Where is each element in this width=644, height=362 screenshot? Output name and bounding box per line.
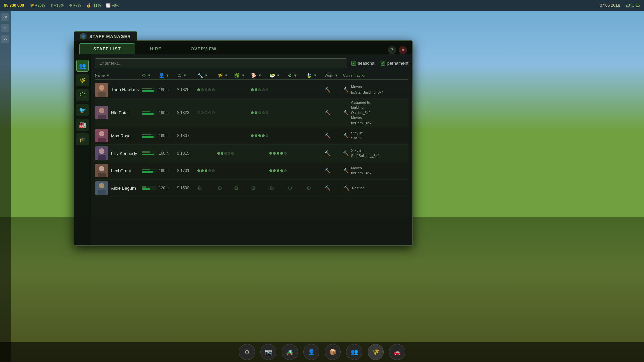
toolbar-storage[interactable]: 📦 (325, 344, 341, 360)
skill-icon: 🍃 (306, 73, 312, 78)
action-max: 🔨 Stay in: Silo_1 (343, 131, 370, 141)
staff-row[interactable]: Nia Patel 160 h $ 1823 (95, 99, 408, 127)
gear2-albie: ⚙ (217, 185, 234, 191)
col-skill[interactable]: 🍃 ▼ (306, 73, 325, 78)
col-nature[interactable]: 🌿 ▼ (234, 73, 251, 78)
col-energy[interactable]: ⊙ ▼ (142, 73, 159, 78)
name-cell-lexi: Lexi Grant (95, 164, 142, 177)
work-icon-theo: 🔨 (325, 87, 330, 93)
dot (251, 111, 254, 114)
nav-building-icon[interactable]: 🏛 (76, 89, 89, 101)
svg-rect-5 (98, 115, 106, 119)
col-work-label: Work (325, 73, 333, 77)
col-skill-arrow: ▼ (313, 73, 317, 77)
avatar-theo (95, 83, 108, 97)
tab-bar: STAFF LIST HIRE OVERVIEW ? ✕ (74, 41, 412, 54)
name-cell-lilly: Lilly Kennedy (95, 146, 142, 160)
col-animal[interactable]: 🐕 ▼ (251, 73, 269, 78)
bars-nia (142, 111, 159, 115)
filter-permanent[interactable]: pernament (381, 61, 408, 66)
panel-body: 👥 🌾 🏛 🐦 🏭 🎓 seasonal pernament (74, 54, 412, 245)
sidebar-menu-btn[interactable]: ≡ (1, 24, 9, 32)
name-max: Max Rose (111, 133, 131, 138)
col-work[interactable]: Work ▼ (325, 73, 343, 78)
tab-overview[interactable]: OVERVIEW (177, 43, 230, 54)
crops-icon: 🌾 (217, 73, 223, 78)
svg-rect-17 (98, 190, 106, 195)
energy-icon: ⊙ (142, 73, 146, 78)
toolbar-crops[interactable]: 🌾 (368, 344, 384, 360)
work-lexi: 🔨 (325, 168, 343, 173)
col-mood[interactable]: ☺ ▼ (177, 73, 197, 78)
nav-farm-icon[interactable]: 🌾 (76, 74, 89, 86)
svg-rect-8 (98, 138, 106, 142)
col-tools-arrow: ▼ (204, 73, 208, 77)
toolbar-vehicles[interactable]: 🚗 (389, 344, 405, 360)
tab-staff-list[interactable]: STAFF LIST (79, 43, 135, 54)
salary-max: $ 1807 (177, 133, 197, 138)
salary-lexi: $ 1701 (177, 168, 197, 173)
work-albie: 🔨 (325, 185, 343, 191)
filter-seasonal[interactable]: seasonal (351, 61, 375, 66)
dot (255, 134, 257, 137)
dot (212, 88, 215, 91)
panel-main: seasonal pernament Name ▼ ⊙ ▼ (91, 54, 412, 245)
toolbar-farm[interactable]: 🚜 (282, 344, 298, 360)
close-button[interactable]: ✕ (399, 46, 407, 54)
dot (266, 88, 268, 91)
search-input[interactable] (95, 58, 347, 68)
hours-theo: 160 h (159, 87, 177, 92)
col-name[interactable]: Name ▼ (95, 73, 142, 78)
cooking-icon: 🥗 (269, 73, 275, 78)
seasonal-label: seasonal (358, 61, 375, 66)
tab-hire[interactable]: HIRE (136, 43, 175, 54)
dot (201, 111, 204, 114)
name-cell-nia: Nia Patel (95, 106, 142, 119)
left-sidebar: 🗺 ≡ ⚙ (0, 11, 11, 362)
staff-row[interactable]: Lilly Kennedy 160 h $ 1815 (95, 145, 408, 162)
work-max: 🔨 (325, 133, 343, 138)
name-cell-max: Max Rose (95, 129, 142, 142)
bars-albie (142, 186, 159, 190)
col-gear[interactable]: ⚙ ▼ (288, 73, 306, 78)
sidebar-settings-btn[interactable]: ⚙ (1, 35, 9, 43)
col-cooking[interactable]: 🥗 ▼ (269, 73, 288, 78)
nav-education-icon[interactable]: 🎓 (76, 133, 89, 145)
gear4-albie: ⚙ (251, 185, 269, 191)
dot (262, 111, 265, 114)
staff-row[interactable]: Albie Begum 120 h $ 1500 ⚙ ⚙ ⚙ ⚙ ⚙ ⚙ ⚙ (95, 180, 408, 197)
hud-time: 07:06 2018 (600, 3, 620, 8)
toolbar-settings[interactable]: ⚙ (239, 344, 255, 360)
bars-lexi (142, 169, 159, 173)
toolbar-staff[interactable]: 👤 (303, 344, 319, 360)
animal-icon: 🐕 (251, 73, 257, 78)
name-nia: Nia Patel (111, 110, 129, 115)
mood-icon: ☺ (177, 73, 182, 78)
avatar-nia (95, 106, 108, 119)
nav-animal-icon[interactable]: 🐦 (76, 104, 89, 116)
dots2-lexi (269, 169, 288, 172)
permanent-checkbox[interactable] (381, 61, 385, 66)
staff-row[interactable]: Theo Hawkins 160 h $ 1826 (95, 81, 408, 99)
svg-point-4 (99, 108, 104, 113)
col-tools[interactable]: 🔧 ▼ (197, 73, 217, 78)
staff-row[interactable]: Max Rose 160 h $ 1807 (95, 127, 408, 145)
sidebar-map-btn[interactable]: 🗺 (1, 13, 9, 21)
help-button[interactable]: ? (388, 46, 396, 54)
staff-row[interactable]: Lexi Grant 160 h $ 1701 (95, 162, 408, 180)
toolbar-community[interactable]: 👥 (346, 344, 362, 360)
col-crops[interactable]: 🌾 ▼ (217, 73, 234, 78)
dots1-max (251, 134, 269, 137)
seasonal-checkbox[interactable] (351, 61, 356, 66)
hours-lilly: 160 h (159, 151, 177, 156)
salary-nia: $ 1823 (177, 110, 197, 115)
action-text-lilly: Stay in: StaffBuilding_3x4 (351, 148, 379, 159)
avatar-albie (95, 181, 108, 195)
dots2-theo (251, 88, 269, 91)
bar1-albie (142, 186, 157, 188)
col-social[interactable]: 👤 ▼ (159, 73, 177, 78)
nav-factory-icon[interactable]: 🏭 (76, 119, 89, 131)
nav-staff-icon[interactable]: 👥 (76, 60, 89, 72)
bar2-lexi (142, 171, 157, 173)
toolbar-save[interactable]: 📷 (260, 344, 276, 360)
